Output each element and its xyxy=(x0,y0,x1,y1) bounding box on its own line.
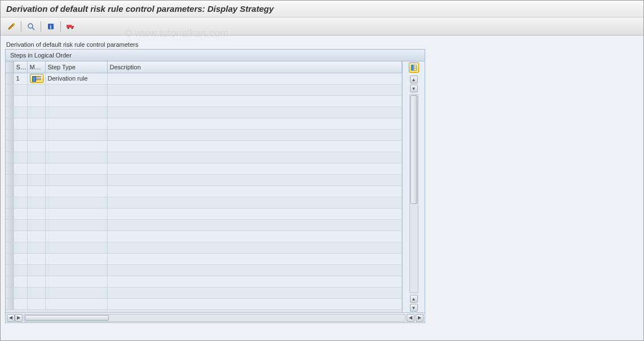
cell-step xyxy=(14,231,27,242)
table-row[interactable] xyxy=(6,242,402,253)
cell-maint[interactable] xyxy=(27,197,45,208)
cell-step xyxy=(14,264,27,276)
table-row[interactable] xyxy=(6,129,402,140)
table-row[interactable] xyxy=(6,253,402,264)
table-row[interactable] xyxy=(6,219,402,231)
scroll-right-end-button[interactable]: ▶ xyxy=(416,314,424,322)
table-row[interactable] xyxy=(6,174,402,185)
column-header-step[interactable]: St... xyxy=(14,61,27,73)
row-selector[interactable] xyxy=(6,231,14,242)
row-selector[interactable] xyxy=(6,174,14,185)
row-selector[interactable] xyxy=(6,208,14,219)
table-row[interactable] xyxy=(6,208,402,219)
toolbar-separator xyxy=(41,21,41,32)
cell-maint[interactable] xyxy=(27,231,45,242)
cell-maint[interactable] xyxy=(27,174,45,185)
select-all-header[interactable] xyxy=(6,61,14,73)
panel-title: Steps in Logical Order xyxy=(6,50,425,61)
cell-maint[interactable] xyxy=(27,140,45,152)
row-selector[interactable] xyxy=(6,129,14,140)
cell-step xyxy=(14,84,27,95)
cell-maint[interactable] xyxy=(27,129,45,140)
table-row[interactable]: 1Derivation rule xyxy=(6,73,402,84)
horizontal-scrollbar[interactable] xyxy=(24,314,405,322)
svg-point-0 xyxy=(28,24,33,28)
row-selector[interactable] xyxy=(6,253,14,264)
table-row[interactable] xyxy=(6,152,402,163)
cell-maint[interactable] xyxy=(27,219,45,231)
row-selector[interactable] xyxy=(6,163,14,174)
vertical-scroll-thumb[interactable] xyxy=(411,95,417,204)
cell-desc xyxy=(107,174,402,185)
vertical-scrollbar[interactable] xyxy=(409,94,418,293)
find-button[interactable] xyxy=(25,20,37,33)
cell-step: 1 xyxy=(14,73,27,84)
row-selector[interactable] xyxy=(6,219,14,231)
svg-rect-4 xyxy=(67,25,72,28)
table-row[interactable] xyxy=(6,118,402,129)
edit-button[interactable] xyxy=(5,20,17,33)
row-selector[interactable] xyxy=(6,287,14,298)
table-row[interactable] xyxy=(6,197,402,208)
scroll-up-bottom-button[interactable]: ▲ xyxy=(410,295,418,303)
cell-maint[interactable] xyxy=(27,264,45,276)
cell-maint[interactable] xyxy=(27,118,45,129)
transport-button[interactable] xyxy=(64,20,77,33)
maintenance-icon[interactable] xyxy=(30,74,43,83)
cell-maint[interactable] xyxy=(27,242,45,253)
cell-maint[interactable] xyxy=(27,84,45,95)
svg-rect-9 xyxy=(414,65,417,70)
column-header-maint[interactable]: Ma... xyxy=(27,61,45,73)
cell-maint[interactable] xyxy=(27,185,45,197)
cell-maint[interactable] xyxy=(27,107,45,118)
row-selector[interactable] xyxy=(6,73,14,84)
scroll-up-button[interactable]: ▲ xyxy=(410,76,418,83)
row-selector[interactable] xyxy=(6,185,14,197)
scroll-left-end-button[interactable]: ◀ xyxy=(407,314,414,322)
section-label: Derivation of default risk rule control … xyxy=(5,41,639,48)
cell-maint[interactable] xyxy=(27,73,45,84)
cell-maint[interactable] xyxy=(27,95,45,107)
cell-desc xyxy=(107,129,402,140)
row-selector[interactable] xyxy=(6,95,14,107)
cell-maint[interactable] xyxy=(27,287,45,298)
cell-maint[interactable] xyxy=(27,276,45,287)
info-button[interactable]: i xyxy=(45,20,57,33)
cell-maint[interactable] xyxy=(27,253,45,264)
cell-type xyxy=(45,276,107,287)
cell-maint[interactable] xyxy=(27,208,45,219)
table-row[interactable] xyxy=(6,276,402,287)
row-selector[interactable] xyxy=(6,242,14,253)
row-selector[interactable] xyxy=(6,197,14,208)
table-row[interactable] xyxy=(6,107,402,118)
row-selector[interactable] xyxy=(6,107,14,118)
cell-maint[interactable] xyxy=(27,298,45,309)
table-row[interactable] xyxy=(6,84,402,95)
table-row[interactable] xyxy=(6,231,402,242)
cell-maint[interactable] xyxy=(27,152,45,163)
row-selector[interactable] xyxy=(6,84,14,95)
row-selector[interactable] xyxy=(6,276,14,287)
horizontal-scroll-thumb[interactable] xyxy=(25,315,109,321)
scroll-down-bottom-button[interactable]: ▼ xyxy=(410,304,418,312)
table-row[interactable] xyxy=(6,287,402,298)
row-selector[interactable] xyxy=(6,264,14,276)
scroll-right-button[interactable]: ▶ xyxy=(15,314,23,322)
table-row[interactable] xyxy=(6,185,402,197)
table-row[interactable] xyxy=(6,95,402,107)
table-row[interactable] xyxy=(6,140,402,152)
table-settings-button[interactable] xyxy=(409,63,419,73)
cell-desc xyxy=(107,107,402,118)
row-selector[interactable] xyxy=(6,140,14,152)
column-header-desc[interactable]: Description xyxy=(107,61,402,73)
row-selector[interactable] xyxy=(6,118,14,129)
row-selector[interactable] xyxy=(6,298,14,309)
table-row[interactable] xyxy=(6,264,402,276)
scroll-left-button[interactable]: ◀ xyxy=(7,314,15,322)
scroll-down-button[interactable]: ▼ xyxy=(410,85,418,92)
table-row[interactable] xyxy=(6,163,402,174)
row-selector[interactable] xyxy=(6,152,14,163)
cell-maint[interactable] xyxy=(27,163,45,174)
table-row[interactable] xyxy=(6,298,402,309)
column-header-type[interactable]: Step Type xyxy=(45,61,107,73)
